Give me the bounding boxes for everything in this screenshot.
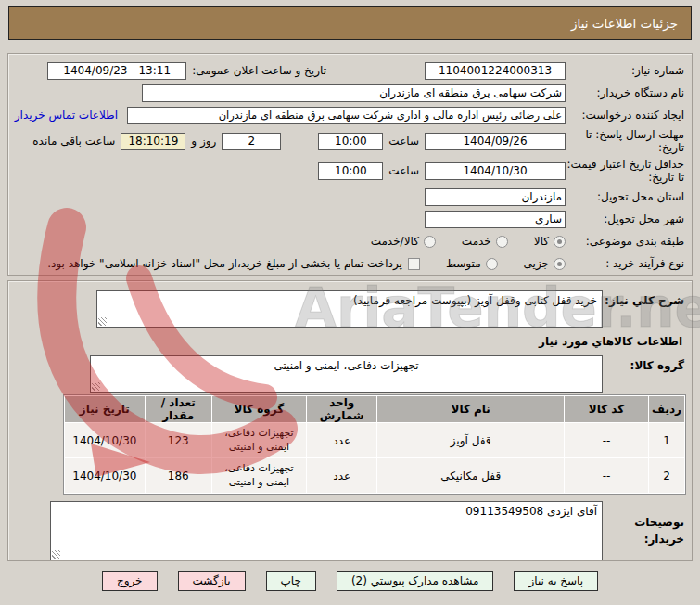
- city-field[interactable]: ساری: [425, 211, 566, 228]
- deadline-label: مهلت ارسال پاسخ: تا تاریخ:: [566, 128, 684, 155]
- buyer-org-label: نام دستگاه خریدار:: [566, 86, 684, 99]
- buyer-contact-link[interactable]: اطلاعات تماس خریدار: [15, 109, 118, 122]
- cell-date: 1404/10/30: [65, 423, 145, 457]
- cell-qty: 123: [146, 423, 211, 457]
- cell-name: قفل آویز: [377, 423, 564, 457]
- cell-code: --: [565, 423, 648, 457]
- goods-group-label: گروه کالا:: [603, 355, 684, 372]
- need-number-field[interactable]: 1104001224000313: [425, 62, 566, 80]
- announce-label: تاریخ و ساعت اعلان عمومی:: [192, 64, 326, 77]
- city-row: شهر محل تحویل: ساری: [12, 209, 688, 229]
- buyer-notes-textarea[interactable]: آقای ایزدی 09113549508: [50, 501, 603, 560]
- cell-group: تجهیزات دفاعی، ایمنی و امنیتی: [212, 458, 306, 493]
- classification-row: طبقه بندی موضوعی: کالا خدمت کالا/خدمت: [12, 231, 688, 251]
- creator-label: ایجاد کننده درخواست:: [566, 109, 684, 122]
- checkbox-icon[interactable]: [408, 258, 420, 270]
- col-qty: تعداد / مقدار: [146, 396, 211, 422]
- treasury-payment-label: پرداخت تمام یا بخشی از مبلغ خرید،از محل …: [47, 257, 402, 270]
- cell-qty: 186: [146, 458, 211, 493]
- need-detail-panel: شرح کلي نیاز: خرید قفل کتابی وقفل آویز (…: [7, 280, 693, 561]
- cell-row: 1: [649, 423, 684, 457]
- col-date: تاریخ نیاز: [65, 396, 145, 422]
- goods-group-textarea[interactable]: تجهیزات دفاعی، ایمنی و امنیتی: [90, 355, 603, 393]
- classification-option-label: کالا: [534, 235, 549, 248]
- countdown-time-field: 18:10:19: [121, 133, 185, 150]
- validity-label: حداقل تاریخ اعتبار قیمت: تا تاریخ:: [566, 158, 684, 185]
- validity-time-field[interactable]: 10:00: [318, 162, 383, 180]
- classification-option-label: کالا/خدمت: [371, 235, 419, 248]
- deadline-date-field[interactable]: 1404/09/26: [425, 133, 566, 150]
- creator-field[interactable]: علی رضائی رئیس اداره مالی و اداری شرکت س…: [127, 107, 566, 124]
- countdown-days-suffix: روز و: [191, 135, 216, 148]
- exit-button[interactable]: خروج: [102, 571, 158, 591]
- validity-row: حداقل تاریخ اعتبار قیمت: تا تاریخ: 1404/…: [12, 157, 688, 185]
- buyer-org-row: نام دستگاه خریدار: شرکت سهامی برق منطقه …: [12, 83, 688, 103]
- description-label: شرح کلي نیاز:: [603, 290, 684, 307]
- countdown-days-field: 2: [222, 133, 281, 150]
- classification-option-service[interactable]: خدمت: [462, 235, 508, 248]
- col-name: نام کالا: [377, 396, 564, 422]
- back-button[interactable]: بازگشت: [178, 571, 246, 591]
- table-row: 1 -- قفل آویز عدد تجهیزات دفاعی، ایمنی و…: [65, 423, 684, 457]
- col-unit: واحد شمارش: [307, 396, 376, 422]
- buyer-org-field[interactable]: شرکت سهامی برق منطقه ای مازندران: [142, 84, 566, 102]
- deadline-time-field[interactable]: 10:00: [318, 133, 383, 150]
- need-info-panel: شماره نیاز: 1104001224000313 تاریخ و ساع…: [7, 53, 693, 276]
- cell-unit: عدد: [307, 423, 376, 457]
- classification-label: طبقه بندی موضوعی:: [566, 235, 684, 248]
- col-code: کد کالا: [565, 396, 648, 422]
- goods-group-row: گروه کالا: تجهیزات دفاعی، ایمنی و امنیتی: [12, 355, 688, 393]
- col-row: ردیف: [649, 396, 684, 422]
- description-row: شرح کلي نیاز: خرید قفل کتابی وقفل آویز (…: [12, 290, 688, 328]
- table-row: 2 -- قفل مکانیکی عدد تجهیزات دفاعی، ایمن…: [65, 458, 684, 493]
- deadline-time-label: ساعت: [388, 135, 419, 148]
- province-row: استان محل تحویل: مازندران: [12, 187, 688, 207]
- cell-group: تجهیزات دفاعی، ایمنی و امنیتی: [212, 423, 306, 457]
- cell-date: 1404/10/30: [65, 458, 145, 493]
- deadline-row: مهلت ارسال پاسخ: تا تاریخ: 1404/09/26 سا…: [12, 127, 688, 155]
- radio-icon[interactable]: [486, 258, 498, 270]
- goods-table: ردیف کد کالا نام کالا واحد شمارش گروه کا…: [63, 394, 686, 495]
- col-group: گروه کالا: [212, 396, 306, 422]
- classification-option-goods[interactable]: کالا: [534, 235, 566, 248]
- description-textarea[interactable]: خرید قفل کتابی وقفل آویز (بپیوست مراجعه …: [96, 290, 603, 328]
- classification-option-goods-service[interactable]: کالا/خدمت: [371, 235, 436, 248]
- process-option-label: متوسط: [446, 257, 481, 270]
- classification-option-label: خدمت: [462, 235, 491, 248]
- city-label: شهر محل تحویل:: [566, 212, 684, 225]
- province-label: استان محل تحویل:: [566, 190, 684, 203]
- need-number-label: شماره نیاز:: [566, 64, 684, 77]
- cell-row: 2: [649, 458, 684, 493]
- need-number-row: شماره نیاز: 1104001224000313 تاریخ و ساع…: [12, 60, 688, 81]
- radio-selected-icon[interactable]: [554, 258, 566, 270]
- radio-icon[interactable]: [424, 236, 436, 248]
- buyer-notes-row: توضیحات خریدار: آقای ایزدی 09113549508: [12, 501, 688, 560]
- radio-selected-icon[interactable]: [554, 236, 566, 248]
- process-option-medium[interactable]: متوسط: [446, 257, 498, 270]
- goods-table-header-row: ردیف کد کالا نام کالا واحد شمارش گروه کا…: [65, 396, 684, 422]
- process-option-label: جزیی: [524, 257, 549, 270]
- cell-unit: عدد: [307, 458, 376, 493]
- treasury-payment-option[interactable]: پرداخت تمام یا بخشی از مبلغ خرید،از محل …: [47, 257, 420, 270]
- announce-datetime-field[interactable]: 1404/09/23 - 13:11: [47, 62, 186, 80]
- action-button-bar: پاسخ به نیاز مشاهده مدارک پیوستي (2) چاپ…: [0, 571, 700, 591]
- goods-section-header: اطلاعات کالاهاي مورد نیاز: [18, 335, 682, 348]
- process-label: نوع فرآیند خرید :: [566, 257, 684, 270]
- radio-icon[interactable]: [496, 236, 508, 248]
- province-field[interactable]: مازندران: [425, 188, 566, 206]
- validity-date-field[interactable]: 1404/10/30: [425, 162, 566, 180]
- creator-row: ایجاد کننده درخواست: علی رضائی رئیس ادار…: [12, 105, 688, 125]
- countdown-time-suffix: ساعت باقی مانده: [32, 135, 115, 148]
- process-row: نوع فرآیند خرید : جزیی متوسط پرداخت تمام…: [12, 253, 688, 274]
- print-button[interactable]: چاپ: [266, 571, 316, 591]
- view-attached-docs-button[interactable]: مشاهده مدارک پیوستي (2): [337, 571, 494, 591]
- cell-code: --: [565, 458, 648, 493]
- cell-name: قفل مکانیکی: [377, 458, 564, 493]
- respond-to-need-button[interactable]: پاسخ به نیاز: [514, 571, 598, 591]
- buyer-notes-label: توضیحات خریدار:: [603, 514, 684, 547]
- validity-time-label: ساعت: [388, 164, 419, 177]
- page-title: جزئیات اطلاعات نیاز: [8, 6, 692, 40]
- process-option-partial[interactable]: جزیی: [524, 257, 566, 270]
